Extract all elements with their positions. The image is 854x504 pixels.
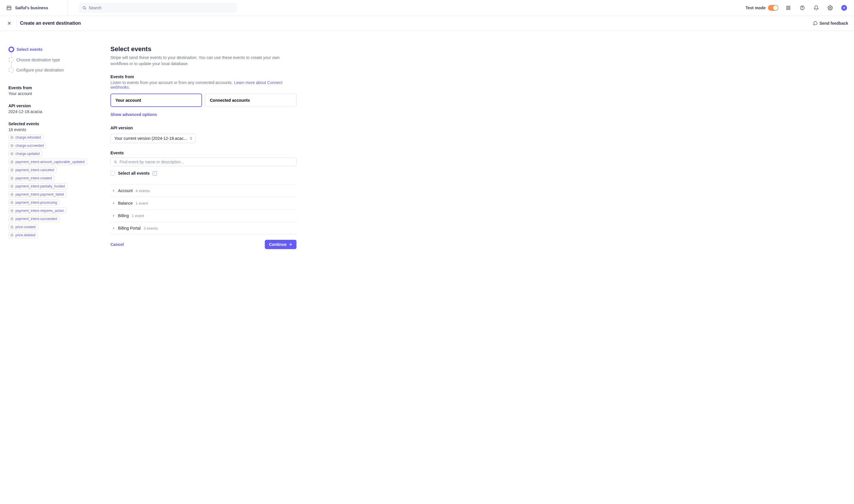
chat-icon bbox=[813, 21, 818, 25]
send-feedback-button[interactable]: Send feedback bbox=[813, 21, 848, 25]
business-switcher[interactable]: Saiful's business bbox=[6, 5, 68, 11]
plus-icon bbox=[841, 5, 847, 11]
help-icon[interactable] bbox=[798, 4, 806, 12]
events-from-label: Events from bbox=[110, 74, 296, 79]
event-search-box[interactable] bbox=[110, 158, 296, 166]
event-chip-label: charge.updated bbox=[15, 152, 39, 156]
sub-header: Create an event destination Send feedbac… bbox=[0, 16, 854, 31]
remove-icon[interactable] bbox=[10, 193, 14, 197]
footer-actions: Cancel Continue bbox=[110, 240, 296, 249]
event-chip-label: payment_intent.created bbox=[15, 176, 52, 180]
event-chip-label: payment_intent.requires_action bbox=[15, 209, 64, 213]
remove-icon[interactable] bbox=[10, 136, 14, 140]
apps-icon[interactable] bbox=[784, 4, 793, 12]
search-box[interactable] bbox=[79, 3, 237, 13]
event-chip[interactable]: payment_intent.payment_failed bbox=[8, 191, 67, 198]
events-label: Events bbox=[110, 150, 296, 155]
remove-icon[interactable] bbox=[10, 168, 14, 172]
category-count: 1 event bbox=[132, 214, 144, 218]
settings-icon[interactable] bbox=[826, 4, 834, 12]
search-icon bbox=[114, 160, 117, 164]
close-button[interactable] bbox=[6, 20, 13, 27]
event-chip[interactable]: payment_intent.succeeded bbox=[8, 216, 59, 222]
step-circle-pending bbox=[8, 67, 14, 73]
event-category-row[interactable]: Billing Portal3 events bbox=[110, 222, 296, 235]
svg-rect-4 bbox=[786, 8, 788, 10]
radio-your-account[interactable]: Your account bbox=[110, 94, 202, 107]
remove-icon[interactable] bbox=[10, 160, 14, 164]
event-chip[interactable]: charge.updated bbox=[8, 150, 42, 157]
show-advanced-options-link[interactable]: Show advanced options bbox=[110, 112, 157, 117]
event-category-list: Account4 eventsBalance1 eventBilling1 ev… bbox=[110, 184, 296, 235]
events-from-hint: Listen to events from your account or fr… bbox=[110, 80, 296, 90]
event-chip-label: payment_intent.payment_failed bbox=[15, 193, 64, 197]
remove-icon[interactable] bbox=[10, 233, 14, 237]
radio-connected-accounts[interactable]: Connected accounts bbox=[205, 94, 296, 107]
add-button[interactable] bbox=[840, 4, 848, 12]
notifications-icon[interactable] bbox=[812, 4, 820, 12]
remove-icon[interactable] bbox=[10, 144, 14, 148]
event-chip[interactable]: payment_intent.created bbox=[8, 175, 54, 181]
event-chip[interactable]: payment_intent.canceled bbox=[8, 167, 57, 173]
select-all-events-row: Select all events i bbox=[110, 171, 296, 176]
send-feedback-label: Send feedback bbox=[819, 21, 848, 25]
select-all-checkbox[interactable] bbox=[110, 171, 115, 176]
api-version-label: API version bbox=[110, 126, 296, 130]
chevron-right-icon bbox=[112, 189, 115, 192]
remove-icon[interactable] bbox=[10, 184, 14, 188]
remove-icon[interactable] bbox=[10, 209, 14, 213]
toggle-switch[interactable] bbox=[768, 5, 778, 11]
event-chip[interactable]: charge.refunded bbox=[8, 134, 43, 141]
event-chip[interactable]: charge.succeeded bbox=[8, 142, 47, 149]
divider bbox=[16, 19, 17, 27]
remove-icon[interactable] bbox=[10, 176, 14, 180]
step-circle-pending bbox=[8, 57, 14, 62]
event-chip[interactable]: payment_intent.amount_capturable_updated bbox=[8, 159, 87, 165]
svg-rect-5 bbox=[788, 8, 790, 10]
remove-icon[interactable] bbox=[10, 217, 14, 221]
event-chip-label: payment_intent.processing bbox=[15, 201, 57, 205]
cancel-button[interactable]: Cancel bbox=[110, 240, 124, 249]
summary-selected-events: Selected events 16 events charge.refunde… bbox=[8, 122, 105, 238]
event-chip-label: price.deleted bbox=[15, 233, 35, 237]
chevron-updown-icon bbox=[189, 136, 193, 140]
left-sidebar: Select events Choose destination type Co… bbox=[0, 46, 110, 249]
remove-icon[interactable] bbox=[10, 201, 14, 205]
event-chip[interactable]: payment_intent.requires_action bbox=[8, 208, 67, 214]
select-all-label: Select all events bbox=[118, 171, 150, 176]
stepper: Select events Choose destination type Co… bbox=[8, 46, 105, 74]
event-search-input[interactable] bbox=[120, 160, 293, 164]
main-title: Select events bbox=[110, 46, 296, 53]
api-version-dropdown[interactable]: Your current version (2024-12-18.acac... bbox=[110, 134, 196, 143]
category-count: 1 event bbox=[136, 201, 148, 205]
category-count: 4 events bbox=[136, 188, 150, 193]
step-select-events[interactable]: Select events bbox=[8, 46, 105, 53]
event-chip[interactable]: payment_intent.partially_funded bbox=[8, 183, 68, 190]
event-chip[interactable]: price.deleted bbox=[8, 232, 38, 238]
event-chip[interactable]: payment_intent.processing bbox=[8, 199, 59, 206]
remove-icon[interactable] bbox=[10, 225, 14, 229]
step-configure-destination: Configure your destination bbox=[8, 66, 105, 74]
search-icon bbox=[82, 6, 86, 10]
remove-icon[interactable] bbox=[10, 152, 14, 156]
selected-events-chips: charge.refundedcharge.succeededcharge.up… bbox=[8, 134, 105, 238]
continue-button[interactable]: Continue bbox=[265, 240, 296, 249]
search-input[interactable] bbox=[89, 5, 234, 10]
event-category-row[interactable]: Account4 events bbox=[110, 184, 296, 197]
chevron-right-icon bbox=[112, 214, 115, 217]
step-choose-destination-type: Choose destination type bbox=[8, 56, 105, 64]
main-content: Select events Stripe will send these eve… bbox=[110, 46, 296, 249]
chevron-right-icon bbox=[112, 202, 115, 205]
business-name: Saiful's business bbox=[15, 5, 48, 10]
event-category-row[interactable]: Billing1 event bbox=[110, 210, 296, 222]
svg-line-1 bbox=[85, 8, 86, 9]
event-chip-label: charge.refunded bbox=[15, 136, 41, 140]
info-icon[interactable]: i bbox=[152, 171, 157, 176]
test-mode-toggle[interactable]: Test mode bbox=[746, 5, 778, 11]
arrow-right-icon bbox=[288, 242, 292, 247]
svg-line-53 bbox=[116, 162, 117, 163]
event-category-row[interactable]: Balance1 event bbox=[110, 197, 296, 210]
page-title: Create an event destination bbox=[20, 21, 81, 26]
event-chip[interactable]: price.created bbox=[8, 224, 38, 230]
svg-rect-2 bbox=[786, 6, 788, 7]
